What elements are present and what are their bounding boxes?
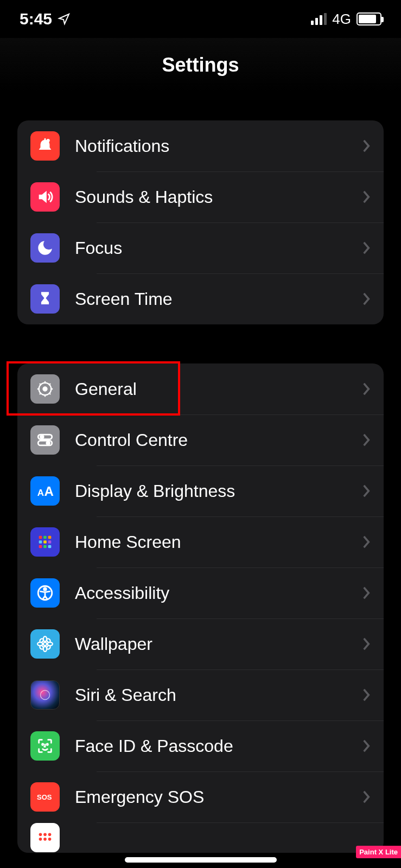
chevron-right-icon [362,241,371,255]
chevron-right-icon [362,139,371,153]
hourglass-icon [30,284,60,314]
row-label: Accessibility [75,583,347,603]
svg-point-43 [48,833,52,837]
svg-point-35 [46,638,51,643]
svg-rect-18 [43,536,47,539]
row-siri[interactable]: Siri & Search [17,669,384,720]
chevron-right-icon [362,190,371,204]
svg-point-14 [47,442,50,445]
chevron-right-icon [362,637,371,651]
svg-point-36 [39,645,44,650]
svg-rect-23 [39,545,42,548]
svg-point-2 [43,387,47,391]
svg-point-45 [43,838,47,841]
chevron-right-icon [362,586,371,600]
row-sos[interactable]: SOS Emergency SOS [17,771,384,822]
row-display[interactable]: AA Display & Brightness [17,465,384,516]
chevron-right-icon [362,382,371,396]
chevron-right-icon [362,739,371,753]
row-label: Focus [75,238,347,258]
row-label: Face ID & Passcode [75,736,347,756]
chevron-right-icon [362,535,371,549]
svg-rect-25 [48,545,52,548]
settings-group-1: Notifications Sounds & Haptics Focus Scr… [17,120,384,324]
svg-point-38 [42,744,43,745]
svg-text:SOS: SOS [37,793,52,801]
status-time: 5:45 [20,10,52,28]
network-label: 4G [332,11,351,28]
svg-point-0 [47,139,50,142]
row-exposure-partial[interactable] [17,822,384,853]
status-left: 5:45 [20,10,71,28]
row-faceid[interactable]: Face ID & Passcode [17,720,384,771]
svg-point-28 [43,642,47,646]
row-label: Screen Time [75,289,347,309]
row-label: Notifications [75,136,347,156]
location-icon [58,12,71,25]
settings-group-2: General Control Centre AA Display & Brig… [17,363,384,853]
svg-rect-17 [39,536,42,539]
siri-icon [30,680,60,710]
face-id-icon [30,731,60,761]
text-size-icon: AA [30,476,60,506]
svg-point-41 [39,833,42,837]
chevron-right-icon [362,688,371,702]
exposure-icon [30,823,60,852]
svg-point-39 [47,744,48,745]
svg-rect-19 [48,536,52,539]
cellular-signal-icon [311,13,327,25]
row-sounds[interactable]: Sounds & Haptics [17,171,384,222]
svg-point-34 [46,645,51,650]
chevron-right-icon [362,292,371,306]
moon-icon [30,233,60,263]
row-focus[interactable]: Focus [17,222,384,273]
row-wallpaper[interactable]: Wallpaper [17,618,384,669]
chevron-right-icon [362,790,371,804]
row-homescreen[interactable]: Home Screen [17,516,384,567]
svg-text:A: A [44,484,54,499]
row-label: Control Centre [75,430,347,450]
home-indicator[interactable] [125,857,277,863]
svg-rect-24 [43,545,47,548]
svg-point-44 [39,838,42,841]
chevron-right-icon [362,484,371,498]
speaker-icon [30,182,60,212]
header: Settings [0,38,401,92]
row-controlcentre[interactable]: Control Centre [17,414,384,465]
row-label: Emergency SOS [75,787,347,807]
sos-icon: SOS [30,782,60,812]
row-accessibility[interactable]: Accessibility [17,567,384,618]
svg-rect-20 [39,540,42,544]
svg-point-46 [48,838,52,841]
row-label: Sounds & Haptics [75,187,347,207]
row-label: General [75,379,347,399]
svg-point-37 [41,691,50,700]
svg-point-42 [43,833,47,837]
watermark: Paint X Lite [356,846,401,858]
page-title: Settings [162,54,239,76]
status-bar: 5:45 4G [0,0,401,38]
row-label: Wallpaper [75,634,347,654]
chevron-right-icon [362,433,371,447]
row-label: Display & Brightness [75,481,347,501]
row-label: Home Screen [75,532,347,552]
battery-icon [357,12,381,25]
svg-point-27 [44,588,47,591]
accessibility-icon [30,578,60,608]
toggles-icon [30,425,60,455]
svg-rect-22 [48,540,52,544]
settings-content: Notifications Sounds & Haptics Focus Scr… [0,120,401,853]
row-screentime[interactable]: Screen Time [17,273,384,324]
svg-text:A: A [37,488,44,498]
row-label: Siri & Search [75,685,347,705]
svg-point-12 [41,436,44,439]
row-notifications[interactable]: Notifications [17,120,384,171]
row-general[interactable]: General [17,363,384,414]
status-right: 4G [311,11,381,28]
svg-rect-21 [43,540,47,544]
svg-point-33 [39,638,44,643]
bell-icon [30,131,60,161]
gear-icon [30,374,60,404]
flower-icon [30,629,60,659]
app-grid-icon [30,527,60,557]
